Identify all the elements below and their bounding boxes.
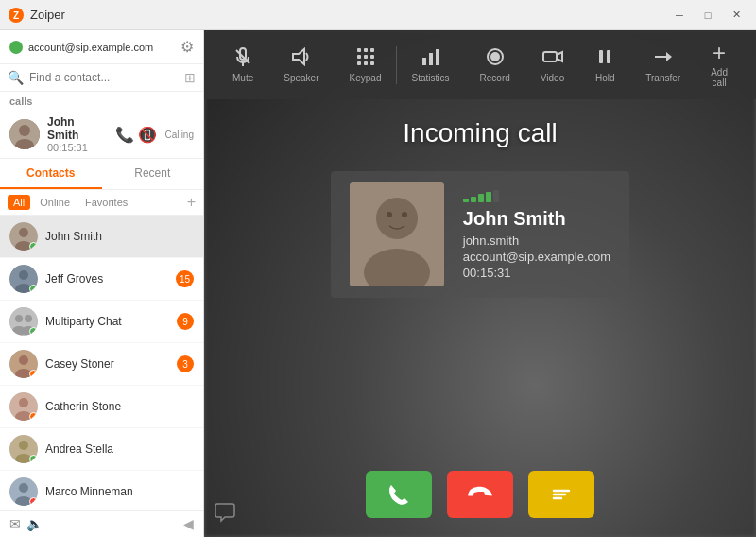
- add-call-button[interactable]: + Add call: [697, 38, 741, 92]
- call-decline-icon[interactable]: 📵: [138, 126, 157, 144]
- call-content: Incoming call: [204, 99, 756, 456]
- speaker-label: Speaker: [284, 73, 318, 83]
- contact-item-marco-minneman[interactable]: Marco Minneman: [0, 471, 203, 510]
- filter-add-icon[interactable]: +: [187, 194, 196, 211]
- filter-all[interactable]: All: [8, 195, 30, 210]
- call-actions-bar: [204, 456, 756, 537]
- contact-avatar-catherin-stone: [9, 392, 38, 421]
- call-panel: Mute Speaker: [204, 30, 756, 537]
- tabs-bar: Contacts Recent: [0, 159, 203, 190]
- mute-button[interactable]: Mute: [219, 43, 266, 87]
- signal-bars: [463, 190, 610, 202]
- status-dot-catherin-stone: [29, 412, 38, 421]
- message-button[interactable]: [528, 471, 594, 518]
- svg-rect-48: [599, 50, 603, 63]
- app-icon: Z: [8, 7, 25, 24]
- mail-icon[interactable]: ✉: [9, 516, 21, 531]
- tab-recent[interactable]: Recent: [102, 159, 204, 189]
- filter-bar: All Online Favorites +: [0, 190, 203, 216]
- accept-call-button[interactable]: [366, 471, 432, 518]
- signal-bar-2: [471, 197, 476, 202]
- svg-point-17: [19, 355, 28, 365]
- svg-rect-38: [357, 61, 361, 65]
- signal-bar-3: [478, 194, 484, 202]
- message-icon: [548, 481, 575, 508]
- record-button[interactable]: Record: [467, 43, 524, 87]
- decline-call-button[interactable]: [447, 471, 513, 518]
- hold-button[interactable]: Hold: [581, 43, 628, 87]
- contact-avatar-multiparty: [9, 307, 38, 336]
- statistics-button[interactable]: Statistics: [399, 43, 463, 87]
- chat-bubble-icon[interactable]: [214, 500, 236, 528]
- contact-badge-multiparty: 9: [177, 313, 194, 330]
- active-call-actions: 📞 📵: [115, 126, 157, 144]
- collapse-icon[interactable]: ◀: [183, 516, 194, 531]
- volume-icon[interactable]: 🔈: [26, 516, 43, 531]
- svg-marker-47: [557, 52, 562, 61]
- search-input[interactable]: [29, 71, 179, 84]
- signal-bar-4: [486, 192, 491, 202]
- contact-avatar-andrea-stella: [9, 435, 38, 463]
- contact-name-casey-stoner: Casey Stoner: [45, 357, 169, 371]
- account-status-dot: [9, 41, 23, 54]
- contact-item-multiparty-chat[interactable]: Multiparty Chat 9: [0, 301, 203, 343]
- filter-online[interactable]: Online: [34, 195, 76, 210]
- svg-rect-49: [607, 50, 610, 63]
- speaker-icon: [291, 46, 312, 70]
- status-dot-jeff-groves: [29, 285, 38, 293]
- add-call-icon: +: [713, 42, 726, 64]
- speaker-button[interactable]: Speaker: [270, 43, 332, 87]
- status-dot-john-smith: [29, 242, 38, 251]
- svg-marker-31: [293, 49, 304, 64]
- active-call-status: Calling: [164, 130, 194, 140]
- call-accept-icon[interactable]: 📞: [115, 126, 134, 144]
- transfer-button[interactable]: Transfer: [632, 43, 694, 87]
- active-call-info: John Smith 00:15:31: [47, 115, 108, 153]
- contact-item-jeff-groves[interactable]: Jeff Groves 15: [0, 258, 203, 301]
- mute-label: Mute: [232, 73, 253, 83]
- tab-contacts[interactable]: Contacts: [0, 159, 102, 189]
- close-button[interactable]: ✕: [724, 6, 748, 25]
- contact-item-john-smith[interactable]: John Smith: [0, 216, 203, 258]
- contact-name-jeff-groves: Jeff Groves: [45, 272, 168, 286]
- transfer-icon: [653, 46, 674, 70]
- settings-icon[interactable]: ⚙: [180, 38, 194, 56]
- decline-phone-icon: [467, 481, 493, 508]
- svg-rect-37: [370, 55, 374, 59]
- svg-rect-41: [422, 58, 426, 65]
- maximize-button[interactable]: □: [696, 6, 720, 25]
- contact-item-catherin-stone[interactable]: Catherin Stone: [0, 386, 203, 428]
- record-icon: [485, 46, 506, 70]
- contact-avatar-marco-minneman: [9, 477, 38, 506]
- svg-point-6: [19, 228, 28, 237]
- status-dot-andrea-stella: [29, 455, 38, 463]
- svg-rect-34: [370, 48, 374, 52]
- svg-rect-43: [436, 49, 439, 65]
- active-call-item[interactable]: John Smith 00:15:31 📞 📵 Calling: [0, 111, 203, 158]
- mute-icon: [232, 46, 253, 70]
- contact-list: John Smith Jeff Groves 15: [0, 216, 203, 510]
- svg-point-26: [19, 483, 28, 493]
- video-button[interactable]: Video: [527, 43, 577, 87]
- account-bar: account@sip.example.com ⚙: [0, 30, 203, 64]
- minimize-button[interactable]: ─: [667, 6, 692, 25]
- caller-photo: [350, 182, 444, 286]
- video-icon: [542, 46, 563, 70]
- contact-item-andrea-stella[interactable]: Andrea Stella: [0, 428, 203, 471]
- app-name: Zoiper: [30, 8, 65, 22]
- calls-section: calls John Smith 00:15:31 📞 📵: [0, 92, 203, 159]
- filter-favorites[interactable]: Favorites: [79, 195, 133, 210]
- svg-point-55: [387, 212, 392, 217]
- grid-icon[interactable]: ⊞: [184, 70, 196, 85]
- statistics-label: Statistics: [412, 73, 450, 83]
- accept-phone-icon: [386, 481, 412, 508]
- svg-marker-51: [666, 52, 672, 61]
- contact-item-casey-stoner[interactable]: Casey Stoner 3: [0, 343, 203, 386]
- caller-duration: 00:15:31: [463, 266, 610, 280]
- record-label: Record: [480, 73, 510, 83]
- caller-account: account@sip.example.com: [463, 250, 610, 264]
- hold-icon: [594, 46, 615, 70]
- keypad-button[interactable]: Keypad: [336, 43, 395, 87]
- svg-point-45: [490, 52, 500, 61]
- svg-point-12: [15, 315, 23, 322]
